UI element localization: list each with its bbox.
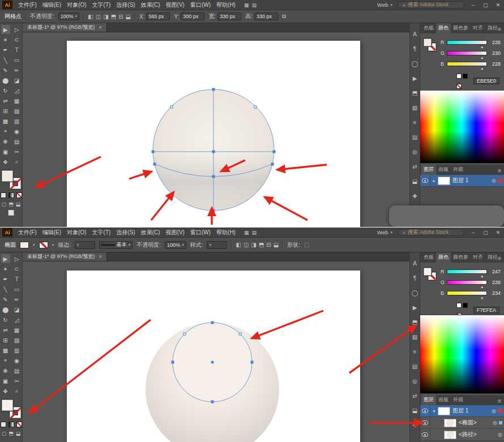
canvas[interactable]: [23, 261, 409, 442]
column-graph-tool[interactable]: ▤: [12, 137, 22, 146]
hex-value[interactable]: F7EFEA: [473, 307, 499, 314]
opacity-field[interactable]: 100%▾: [58, 12, 80, 20]
menu-item[interactable]: 效果(C): [138, 229, 163, 237]
layer-row[interactable]: ▸ 图层 1 ◎: [420, 175, 504, 187]
transparency-panel-icon[interactable]: ▧: [412, 334, 417, 342]
red-value[interactable]: 235: [489, 40, 501, 45]
transform-panel-icon[interactable]: ⇄: [412, 393, 417, 401]
layer-target-icon[interactable]: ◎: [496, 432, 504, 437]
artboard-tool[interactable]: ▣: [1, 147, 10, 156]
menu-item[interactable]: 编辑(E): [40, 1, 64, 9]
panel-tab[interactable]: 外观: [451, 395, 465, 405]
perspective-grid-tool[interactable]: ▨: [12, 106, 22, 115]
panel-tab[interactable]: 颜色参: [451, 252, 471, 263]
scale-tool[interactable]: ◿: [12, 315, 22, 324]
eraser-tool[interactable]: ◪: [12, 305, 22, 314]
layer-target-icon[interactable]: ◎: [490, 178, 498, 183]
blend-tool[interactable]: ◉: [12, 356, 22, 365]
gradient-mode-button[interactable]: [8, 422, 14, 427]
visibility-eye-icon[interactable]: [420, 429, 430, 440]
hand-tool[interactable]: ✥: [1, 157, 10, 166]
canvas[interactable]: [23, 32, 409, 227]
panel-menu-icon[interactable]: ≡: [498, 168, 503, 175]
green-slider[interactable]: ▲: [447, 51, 487, 55]
pathfinder-panel-icon[interactable]: ⬓: [412, 178, 417, 186]
layer-thumbnail[interactable]: [438, 177, 450, 185]
menu-item[interactable]: 文字(T): [89, 1, 114, 9]
slider-thumb-icon[interactable]: ▲: [480, 285, 484, 289]
menu-item[interactable]: 选择(S): [113, 1, 138, 9]
stroke-panel-icon[interactable]: ◯: [412, 290, 418, 298]
draw-inside-icon[interactable]: ⬓: [16, 431, 21, 436]
draw-normal-icon[interactable]: ▢: [2, 201, 7, 207]
symbol-sprayer-tool[interactable]: ❋: [1, 137, 10, 146]
expand-arrow-icon[interactable]: ▸: [430, 178, 438, 183]
align-left-icon[interactable]: ◧: [236, 242, 241, 248]
align-bottom-icon[interactable]: ⬓: [126, 14, 131, 20]
direct-selection-tool[interactable]: ▷: [12, 254, 22, 263]
fill-proxy[interactable]: [424, 38, 432, 46]
close-tab-icon[interactable]: ×: [99, 254, 102, 260]
visibility-eye-icon[interactable]: [420, 417, 430, 428]
pathfinder-panel-icon[interactable]: ⬓: [412, 407, 417, 415]
align-top-icon[interactable]: ⬒: [111, 14, 116, 20]
pen-tool[interactable]: ✒: [1, 45, 10, 54]
document-tab[interactable]: 未标题-1* @ 97% (RGB/预览) ×: [23, 23, 107, 32]
restore-button[interactable]: ▢: [482, 230, 489, 235]
hand-tool[interactable]: ✥: [1, 387, 10, 396]
fill-stroke-indicator[interactable]: [424, 38, 437, 53]
blend-tool[interactable]: ◉: [12, 127, 22, 136]
transform-field[interactable]: 330 px: [254, 12, 278, 20]
graphic-styles-panel-icon[interactable]: ▤: [412, 134, 417, 142]
selection-tool[interactable]: ▶: [1, 254, 10, 263]
close-button[interactable]: ✕: [494, 2, 502, 8]
align-middle-icon[interactable]: ⊟: [118, 14, 123, 20]
pencil-tool[interactable]: ✏: [12, 295, 22, 304]
expand-arrow-icon[interactable]: ▾: [430, 409, 438, 414]
quick-swatches[interactable]: [456, 71, 473, 91]
paintbrush-tool[interactable]: ✎: [1, 295, 10, 304]
menu-item[interactable]: 对象(O): [64, 1, 89, 9]
panel-menu-icon[interactable]: ≡: [498, 255, 503, 263]
align-bottom-icon[interactable]: ⬓: [274, 242, 279, 248]
panel-tab[interactable]: 图层: [421, 395, 436, 405]
panel-tab[interactable]: 色板: [421, 252, 436, 263]
transform-panel-icon[interactable]: ⇄: [412, 164, 417, 171]
slider-thumb-icon[interactable]: ▲: [480, 45, 484, 49]
layer-target-icon[interactable]: ◎: [490, 408, 498, 414]
paragraph-panel-icon[interactable]: ¶: [413, 275, 416, 283]
transform-field[interactable]: 565 px: [146, 12, 170, 20]
draw-behind-icon[interactable]: ⬒: [8, 431, 14, 436]
slider-thumb-icon[interactable]: ▲: [480, 274, 484, 278]
blob-brush-tool[interactable]: ⬤: [1, 76, 10, 85]
screen-mode-icon[interactable]: ⬜: [8, 210, 14, 216]
red-value[interactable]: 247: [489, 269, 501, 274]
gradient-mode-button[interactable]: [8, 192, 14, 198]
panel-tab[interactable]: 图层: [421, 165, 436, 175]
pencil-tool[interactable]: ✏: [12, 66, 22, 75]
workspace-layout-icon[interactable]: ▤: [251, 230, 257, 235]
rectangle-tool[interactable]: ▭: [12, 55, 22, 65]
menu-item[interactable]: 帮助(H): [213, 1, 238, 9]
lasso-tool[interactable]: ⊂: [12, 35, 22, 44]
panel-tab[interactable]: 画板: [436, 395, 451, 405]
close-button[interactable]: ✕: [494, 230, 502, 235]
free-transform-tool[interactable]: ▦: [12, 96, 22, 105]
transparency-panel-icon[interactable]: ▧: [412, 105, 417, 113]
menu-item[interactable]: 文件(F): [15, 229, 40, 237]
collapse-panels-icon[interactable]: ▶: [413, 304, 417, 312]
scale-tool[interactable]: ◿: [12, 86, 22, 95]
transform-field[interactable]: 300 px: [181, 12, 204, 20]
fill-stroke-indicator[interactable]: [424, 268, 437, 282]
style-dropdown[interactable]: ▾: [207, 241, 227, 249]
direct-selection-tool[interactable]: ▷: [12, 25, 22, 34]
align-panel-icon[interactable]: ✚: [412, 193, 417, 201]
rotate-tool[interactable]: ↻: [1, 86, 10, 95]
paragraph-panel-icon[interactable]: ¶: [413, 46, 416, 54]
visibility-eye-icon[interactable]: [420, 175, 430, 186]
align-panel-icon[interactable]: ✚: [412, 422, 417, 430]
stroke-color-dropdown[interactable]: [39, 242, 48, 248]
symbol-sprayer-tool[interactable]: ❋: [1, 366, 10, 375]
gradient-panel-icon[interactable]: ⬒: [412, 319, 417, 327]
color-mode-button[interactable]: [1, 422, 6, 427]
